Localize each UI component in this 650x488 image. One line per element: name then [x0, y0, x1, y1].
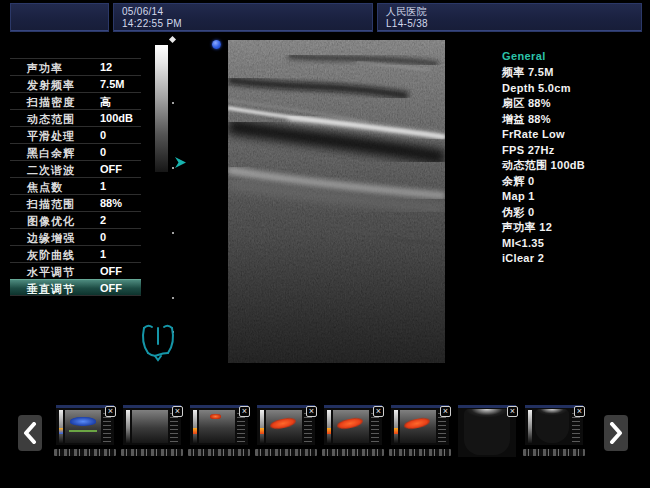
- topbar-datetime-section: 05/06/14 14:22:55 PM: [113, 3, 373, 32]
- prev-thumbnails-button[interactable]: [18, 415, 42, 451]
- parameter-row[interactable]: 水平调节 OFF: [10, 262, 141, 279]
- parameter-row[interactable]: 发射频率 7.5M: [10, 75, 141, 92]
- parameter-row[interactable]: 焦点数 1: [10, 177, 141, 194]
- thumbnail-close-button[interactable]: ×: [172, 406, 183, 417]
- thumbnail-item[interactable]: ×: [190, 405, 248, 445]
- thumbnail-caption: [322, 449, 384, 456]
- parameter-value: 0: [100, 146, 106, 158]
- parameter-row[interactable]: 扫描密度 高: [10, 92, 141, 109]
- parameter-row[interactable]: 垂直调节 OFF: [10, 279, 141, 296]
- thumbnail-strip: ××××××××: [0, 403, 650, 465]
- thumbnail-scan-area: [266, 410, 302, 443]
- thumbnail-item[interactable]: ×: [525, 405, 583, 445]
- parameter-row[interactable]: 扫描范围 88%: [10, 194, 141, 211]
- grayscale-bar: [155, 45, 168, 172]
- thumbnail-color-scale: [260, 428, 264, 434]
- thumbnail-close-button[interactable]: ×: [105, 406, 116, 417]
- depth-marker-dot: [172, 232, 174, 234]
- thumbnail-grayscale-bar: [327, 410, 331, 443]
- parameter-value: 0: [100, 231, 106, 243]
- date-text: 05/06/14: [122, 6, 163, 17]
- doppler-flow-region: [210, 414, 221, 419]
- info-line: Depth 5.0cm: [502, 81, 648, 97]
- info-line: Map 1: [502, 189, 648, 205]
- parameter-list: 声功率 12 发射频率 7.5M 扫描密度 高 动态范围 100dB 平滑处理 …: [10, 58, 141, 296]
- time-text: 14:22:55 PM: [122, 18, 182, 29]
- parameter-row[interactable]: 二次谐波 OFF: [10, 160, 141, 177]
- body-mark-icon[interactable]: [139, 319, 177, 369]
- thumbnail-item[interactable]: ×: [257, 405, 315, 445]
- next-thumbnails-button[interactable]: [604, 415, 628, 451]
- parameter-label: 水平调节: [27, 265, 75, 280]
- parameter-label: 灰阶曲线: [27, 248, 75, 263]
- parameter-row[interactable]: 灰阶曲线 1: [10, 245, 141, 262]
- info-line: 动态范围 100dB: [502, 158, 648, 174]
- thumbnail-close-button[interactable]: ×: [239, 406, 250, 417]
- parameter-row[interactable]: 图像优化 2: [10, 211, 141, 228]
- parameter-value: 2: [100, 214, 106, 226]
- thumbnail-grayscale-bar: [528, 410, 532, 443]
- depth-marker-diamond-icon: [169, 36, 176, 43]
- depth-marker-dot: [172, 102, 174, 104]
- thumbnail-close-button[interactable]: ×: [440, 406, 451, 417]
- parameter-label: 动态范围: [27, 112, 75, 127]
- parameter-row[interactable]: 声功率 12: [10, 58, 141, 75]
- thumbnail-color-scale: [193, 428, 197, 434]
- thumbnail-grayscale-bar: [394, 410, 398, 443]
- thumbnail-item[interactable]: ×: [391, 405, 449, 445]
- thumbnail-close-button[interactable]: ×: [507, 406, 518, 417]
- parameter-row[interactable]: 边缘增强 0: [10, 228, 141, 245]
- parameter-row[interactable]: 平滑处理 0: [10, 126, 141, 143]
- hospital-probe-text: 人民医院 L14-5/38: [386, 6, 428, 30]
- info-line: 声功率 12: [502, 220, 648, 236]
- thumbnail-caption: [255, 449, 317, 456]
- parameter-value: 高: [100, 95, 111, 110]
- focus-arrow-icon[interactable]: [174, 155, 187, 173]
- parameter-value: 88%: [100, 197, 122, 209]
- thumbnail-grayscale-bar: [193, 410, 197, 443]
- thumbnail-scan-area: [132, 410, 168, 443]
- thumbnail-item[interactable]: ×: [56, 405, 114, 445]
- thumbnail-scan-area: [400, 410, 436, 443]
- parameter-label: 图像优化: [27, 214, 75, 229]
- parameter-value: 0: [100, 129, 106, 141]
- thumbnail-item[interactable]: ×: [324, 405, 382, 445]
- chevron-left-icon: [23, 422, 37, 444]
- parameter-value: OFF: [100, 163, 122, 175]
- doppler-flow-region: [270, 417, 297, 431]
- info-panel-header: General: [502, 50, 648, 62]
- doppler-flow-region: [404, 417, 431, 431]
- doppler-baseline: [69, 430, 98, 432]
- info-line: MI<1.35: [502, 236, 648, 252]
- topbar: 05/06/14 14:22:55 PM 人民医院 L14-5/38: [10, 3, 642, 32]
- thumbnail-color-scale: [327, 428, 331, 434]
- info-line: 扇区 88%: [502, 96, 648, 112]
- parameter-row[interactable]: 动态范围 100dB: [10, 109, 141, 126]
- thumbnail-close-button[interactable]: ×: [306, 406, 317, 417]
- topbar-blank-section: [10, 3, 109, 32]
- ultrasound-image: [228, 40, 445, 363]
- thumbnail-caption: [188, 449, 250, 456]
- thumbnail-convex-scan: [464, 409, 510, 455]
- thumbnail-close-button[interactable]: ×: [373, 406, 384, 417]
- thumbnail-item[interactable]: ×: [458, 405, 516, 457]
- thumbnail-close-button[interactable]: ×: [574, 406, 585, 417]
- info-line: FPS 27Hz: [502, 143, 648, 159]
- topbar-hospital-section: 人民医院 L14-5/38: [377, 3, 642, 32]
- ultrasound-app-frame: 05/06/14 14:22:55 PM 人民医院 L14-5/38 声功率 1…: [0, 0, 650, 488]
- parameter-row[interactable]: 黑白余辉 0: [10, 143, 141, 160]
- parameter-value: 7.5M: [100, 78, 124, 90]
- info-line: 增益 88%: [502, 112, 648, 128]
- thumbnail-caption: [389, 449, 451, 456]
- thumbnail-convex-scan: [535, 409, 569, 443]
- thumbnail-caption: [54, 449, 116, 456]
- parameter-label: 边缘增强: [27, 231, 75, 246]
- datetime-text: 05/06/14 14:22:55 PM: [122, 6, 182, 30]
- thumbnail-scan-area: [199, 410, 235, 443]
- parameter-label: 焦点数: [27, 180, 63, 195]
- thumbnail-item[interactable]: ×: [123, 405, 181, 445]
- thumbnail-grayscale-bar: [260, 410, 264, 443]
- parameter-value: 1: [100, 248, 106, 260]
- chevron-right-icon: [609, 422, 623, 444]
- probe-model: L14-5/38: [386, 18, 428, 29]
